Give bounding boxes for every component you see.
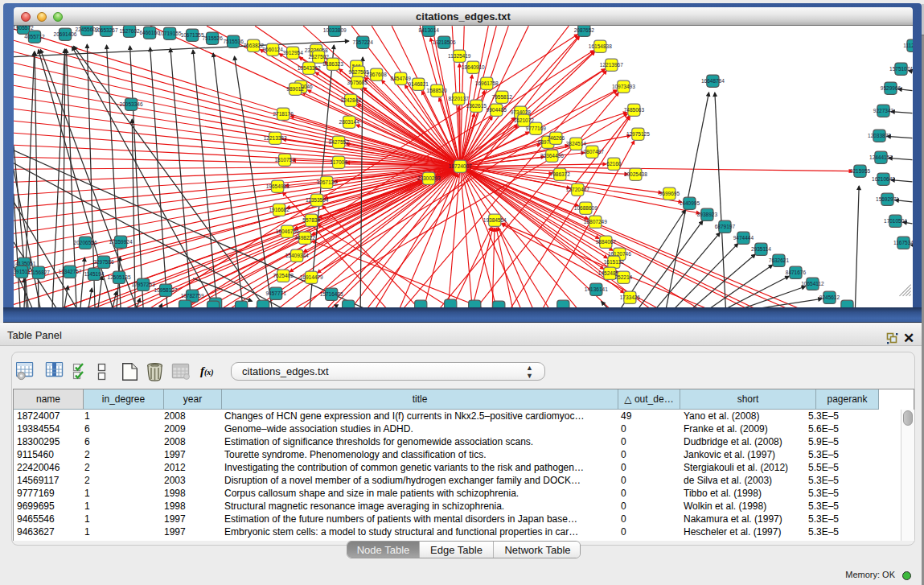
svg-text:7515536: 7515536 [223,39,244,44]
svg-text:2718176: 2718176 [273,111,294,117]
svg-text:17957253: 17957253 [132,282,155,287]
svg-text:1905572: 1905572 [14,26,34,31]
svg-text:9474444: 9474444 [733,235,754,241]
svg-text:9146821: 9146821 [409,81,429,87]
svg-text:16154838: 16154838 [589,43,612,49]
svg-text:16961758: 16961758 [475,80,499,86]
svg-text:9457771: 9457771 [265,290,286,296]
svg-text:7663822: 7663822 [243,43,264,48]
svg-text:10671355: 10671355 [181,32,204,38]
svg-text:3824514: 3824514 [566,141,587,146]
svg-text:557834: 557834 [302,217,320,223]
svg-text:2087652: 2087652 [574,27,595,33]
svg-text:2327502: 2327502 [309,54,330,60]
svg-text:16914479: 16914479 [300,274,323,280]
svg-text:9699695: 9699695 [659,191,680,196]
svg-text:3215955: 3215955 [850,168,871,174]
svg-text:3912954: 3912954 [282,50,303,56]
svg-text:20364436: 20364436 [540,153,564,159]
svg-text:11325419: 11325419 [448,53,471,59]
svg-text:14136141: 14136141 [585,286,608,292]
svg-text:18807249: 18807249 [584,219,607,225]
svg-text:12213967: 12213967 [600,62,623,68]
svg-text:9529966: 9529966 [881,85,901,91]
svg-text:1440995: 1440995 [680,200,700,206]
svg-text:10654112: 10654112 [801,281,824,286]
svg-text:10782759: 10782759 [181,293,204,299]
svg-text:8471676: 8471676 [786,270,807,275]
svg-text:17359924: 17359924 [109,239,133,245]
svg-text:3267130: 3267130 [317,179,338,185]
svg-text:19384554: 19384554 [483,217,507,223]
svg-text:1615132: 1615132 [604,259,625,265]
svg-text:7515526: 7515526 [202,35,223,41]
svg-text:8220137: 8220137 [449,96,470,101]
svg-text:12033872: 12033872 [868,133,891,138]
svg-text:9245612: 9245612 [819,295,840,300]
svg-text:18724007: 18724007 [449,163,472,169]
svg-text:117004: 117004 [331,159,348,165]
svg-text:10025438: 10025438 [624,171,647,177]
svg-text:15409344: 15409344 [285,253,309,258]
svg-text:16210643: 16210643 [872,176,895,182]
svg-text:15751074: 15751074 [889,66,913,72]
svg-text:12444157: 12444157 [869,154,893,160]
svg-text:9884067: 9884067 [596,239,617,245]
svg-text:7625402: 7625402 [273,273,294,278]
svg-text:20206556: 20206556 [74,240,97,245]
svg-text:1810753: 1810753 [274,157,295,163]
svg-text:3297586: 3297586 [93,259,114,265]
svg-text:1527602: 1527602 [119,28,140,34]
svg-text:8186323: 8186323 [323,61,344,67]
svg-text:19654983: 19654983 [266,183,290,189]
svg-text:62160: 62160 [606,161,621,167]
svg-text:10807487: 10807487 [581,149,604,154]
svg-text:10033809: 10033809 [323,27,347,33]
svg-text:11353594: 11353594 [306,197,329,203]
svg-text:1167534: 1167534 [893,240,913,245]
svg-text:8938923: 8938923 [697,212,718,217]
svg-text:3675685: 3675685 [347,80,368,85]
svg-text:15720407: 15720407 [566,187,589,192]
svg-text:12505135: 12505135 [108,274,131,280]
svg-text:16648784: 16648784 [701,78,725,84]
svg-text:23300293: 23300293 [417,175,441,181]
svg-text:15692971: 15692971 [876,196,899,202]
svg-text:4498222: 4498222 [295,235,316,241]
svg-text:9660124: 9660124 [262,47,283,52]
svg-text:989012: 989012 [286,86,304,92]
svg-text:9777169: 9777169 [526,126,547,131]
svg-text:19218506: 19218506 [433,39,456,45]
svg-text:1733426: 1733426 [620,295,641,300]
svg-text:8413014: 8413014 [419,27,440,33]
svg-text:7485063: 7485063 [624,107,645,113]
svg-text:20691406: 20691406 [54,31,77,37]
svg-text:746266: 746266 [547,135,565,141]
svg-text:10653267: 10653267 [95,27,118,33]
svg-text:2935114: 2935114 [751,246,771,252]
svg-text:20053346: 20053346 [120,101,143,107]
svg-text:1916682: 1916682 [269,207,290,212]
svg-text:7955812: 7955812 [492,94,513,100]
svg-text:2803144: 2803144 [339,119,360,125]
svg-text:10719155: 10719155 [158,31,182,36]
svg-text:17010504: 17010504 [884,218,907,224]
svg-text:9242848: 9242848 [341,97,362,103]
svg-text:10543362: 10543362 [298,65,321,71]
svg-text:12975125: 12975125 [626,131,650,137]
svg-text:9227342: 9227342 [873,108,894,113]
svg-text:4055712: 4055712 [24,34,45,39]
svg-text:6466160: 6466160 [139,30,160,35]
svg-text:12213382: 12213382 [264,135,287,141]
svg-text:1362615: 1362615 [466,103,487,109]
svg-text:8454749: 8454749 [391,76,412,81]
svg-text:252214: 252214 [614,274,632,280]
svg-text:(x): (x) [204,368,214,377]
svg-text:16046736: 16046736 [276,229,299,234]
svg-text:1588520: 1588520 [427,88,448,93]
svg-text:18640910: 18640910 [462,64,485,70]
svg-text:9904485: 9904485 [487,107,507,113]
svg-text:11156827: 11156827 [27,270,50,275]
svg-text:15716485: 15716485 [320,291,343,297]
svg-text:9427552: 9427552 [329,139,350,145]
